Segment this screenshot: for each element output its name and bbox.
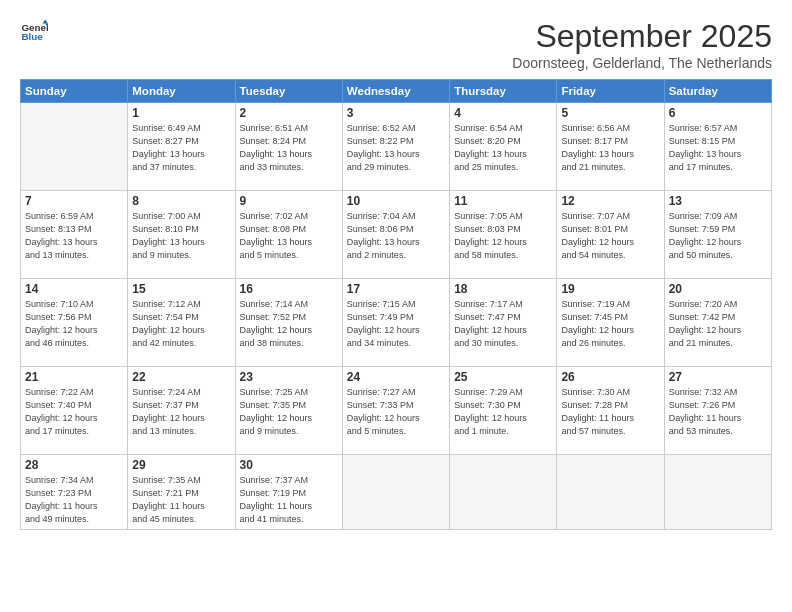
day-number: 27 (669, 370, 767, 384)
table-row: 11Sunrise: 7:05 AM Sunset: 8:03 PM Dayli… (450, 191, 557, 279)
table-row (664, 455, 771, 530)
day-info: Sunrise: 7:29 AM Sunset: 7:30 PM Dayligh… (454, 386, 552, 438)
table-row (21, 103, 128, 191)
calendar-table: Sunday Monday Tuesday Wednesday Thursday… (20, 79, 772, 530)
day-number: 8 (132, 194, 230, 208)
table-row (450, 455, 557, 530)
col-thursday: Thursday (450, 80, 557, 103)
day-number: 12 (561, 194, 659, 208)
day-info: Sunrise: 6:59 AM Sunset: 8:13 PM Dayligh… (25, 210, 123, 262)
table-row: 30Sunrise: 7:37 AM Sunset: 7:19 PM Dayli… (235, 455, 342, 530)
table-row: 16Sunrise: 7:14 AM Sunset: 7:52 PM Dayli… (235, 279, 342, 367)
table-row: 21Sunrise: 7:22 AM Sunset: 7:40 PM Dayli… (21, 367, 128, 455)
table-row: 8Sunrise: 7:00 AM Sunset: 8:10 PM Daylig… (128, 191, 235, 279)
day-info: Sunrise: 6:51 AM Sunset: 8:24 PM Dayligh… (240, 122, 338, 174)
col-wednesday: Wednesday (342, 80, 449, 103)
day-number: 7 (25, 194, 123, 208)
day-number: 10 (347, 194, 445, 208)
table-row: 28Sunrise: 7:34 AM Sunset: 7:23 PM Dayli… (21, 455, 128, 530)
day-number: 24 (347, 370, 445, 384)
day-info: Sunrise: 6:52 AM Sunset: 8:22 PM Dayligh… (347, 122, 445, 174)
day-number: 9 (240, 194, 338, 208)
page: General Blue September 2025 Doornsteeg, … (0, 0, 792, 612)
day-info: Sunrise: 7:02 AM Sunset: 8:08 PM Dayligh… (240, 210, 338, 262)
day-info: Sunrise: 7:20 AM Sunset: 7:42 PM Dayligh… (669, 298, 767, 350)
subtitle: Doornsteeg, Gelderland, The Netherlands (512, 55, 772, 71)
table-row: 18Sunrise: 7:17 AM Sunset: 7:47 PM Dayli… (450, 279, 557, 367)
day-info: Sunrise: 7:12 AM Sunset: 7:54 PM Dayligh… (132, 298, 230, 350)
col-sunday: Sunday (21, 80, 128, 103)
table-row: 29Sunrise: 7:35 AM Sunset: 7:21 PM Dayli… (128, 455, 235, 530)
day-number: 21 (25, 370, 123, 384)
day-info: Sunrise: 7:35 AM Sunset: 7:21 PM Dayligh… (132, 474, 230, 526)
day-info: Sunrise: 6:49 AM Sunset: 8:27 PM Dayligh… (132, 122, 230, 174)
month-title: September 2025 (512, 18, 772, 55)
table-row (557, 455, 664, 530)
col-tuesday: Tuesday (235, 80, 342, 103)
day-number: 16 (240, 282, 338, 296)
day-number: 30 (240, 458, 338, 472)
day-number: 28 (25, 458, 123, 472)
table-row: 10Sunrise: 7:04 AM Sunset: 8:06 PM Dayli… (342, 191, 449, 279)
day-info: Sunrise: 7:15 AM Sunset: 7:49 PM Dayligh… (347, 298, 445, 350)
day-info: Sunrise: 7:17 AM Sunset: 7:47 PM Dayligh… (454, 298, 552, 350)
col-monday: Monday (128, 80, 235, 103)
day-info: Sunrise: 7:22 AM Sunset: 7:40 PM Dayligh… (25, 386, 123, 438)
table-row: 2Sunrise: 6:51 AM Sunset: 8:24 PM Daylig… (235, 103, 342, 191)
day-number: 20 (669, 282, 767, 296)
table-row: 14Sunrise: 7:10 AM Sunset: 7:56 PM Dayli… (21, 279, 128, 367)
day-info: Sunrise: 7:05 AM Sunset: 8:03 PM Dayligh… (454, 210, 552, 262)
table-row: 27Sunrise: 7:32 AM Sunset: 7:26 PM Dayli… (664, 367, 771, 455)
day-number: 13 (669, 194, 767, 208)
day-info: Sunrise: 6:54 AM Sunset: 8:20 PM Dayligh… (454, 122, 552, 174)
day-info: Sunrise: 7:07 AM Sunset: 8:01 PM Dayligh… (561, 210, 659, 262)
day-number: 18 (454, 282, 552, 296)
table-row: 6Sunrise: 6:57 AM Sunset: 8:15 PM Daylig… (664, 103, 771, 191)
table-row: 13Sunrise: 7:09 AM Sunset: 7:59 PM Dayli… (664, 191, 771, 279)
table-row: 22Sunrise: 7:24 AM Sunset: 7:37 PM Dayli… (128, 367, 235, 455)
day-info: Sunrise: 7:14 AM Sunset: 7:52 PM Dayligh… (240, 298, 338, 350)
header: General Blue September 2025 Doornsteeg, … (20, 18, 772, 71)
day-number: 2 (240, 106, 338, 120)
day-info: Sunrise: 7:34 AM Sunset: 7:23 PM Dayligh… (25, 474, 123, 526)
day-info: Sunrise: 7:04 AM Sunset: 8:06 PM Dayligh… (347, 210, 445, 262)
day-number: 29 (132, 458, 230, 472)
day-number: 15 (132, 282, 230, 296)
col-friday: Friday (557, 80, 664, 103)
day-info: Sunrise: 7:30 AM Sunset: 7:28 PM Dayligh… (561, 386, 659, 438)
table-row: 15Sunrise: 7:12 AM Sunset: 7:54 PM Dayli… (128, 279, 235, 367)
day-number: 5 (561, 106, 659, 120)
table-row: 9Sunrise: 7:02 AM Sunset: 8:08 PM Daylig… (235, 191, 342, 279)
table-row: 20Sunrise: 7:20 AM Sunset: 7:42 PM Dayli… (664, 279, 771, 367)
day-info: Sunrise: 7:27 AM Sunset: 7:33 PM Dayligh… (347, 386, 445, 438)
title-block: September 2025 Doornsteeg, Gelderland, T… (512, 18, 772, 71)
day-number: 1 (132, 106, 230, 120)
logo: General Blue (20, 18, 48, 46)
day-info: Sunrise: 7:09 AM Sunset: 7:59 PM Dayligh… (669, 210, 767, 262)
table-row: 26Sunrise: 7:30 AM Sunset: 7:28 PM Dayli… (557, 367, 664, 455)
col-saturday: Saturday (664, 80, 771, 103)
table-row: 12Sunrise: 7:07 AM Sunset: 8:01 PM Dayli… (557, 191, 664, 279)
day-info: Sunrise: 7:10 AM Sunset: 7:56 PM Dayligh… (25, 298, 123, 350)
logo-icon: General Blue (20, 18, 48, 46)
day-number: 11 (454, 194, 552, 208)
table-row: 17Sunrise: 7:15 AM Sunset: 7:49 PM Dayli… (342, 279, 449, 367)
day-number: 3 (347, 106, 445, 120)
day-number: 19 (561, 282, 659, 296)
svg-text:Blue: Blue (21, 31, 43, 42)
day-number: 25 (454, 370, 552, 384)
day-number: 4 (454, 106, 552, 120)
day-number: 26 (561, 370, 659, 384)
day-info: Sunrise: 7:00 AM Sunset: 8:10 PM Dayligh… (132, 210, 230, 262)
table-row: 5Sunrise: 6:56 AM Sunset: 8:17 PM Daylig… (557, 103, 664, 191)
header-row: Sunday Monday Tuesday Wednesday Thursday… (21, 80, 772, 103)
day-info: Sunrise: 7:32 AM Sunset: 7:26 PM Dayligh… (669, 386, 767, 438)
table-row: 19Sunrise: 7:19 AM Sunset: 7:45 PM Dayli… (557, 279, 664, 367)
day-info: Sunrise: 7:37 AM Sunset: 7:19 PM Dayligh… (240, 474, 338, 526)
table-row: 24Sunrise: 7:27 AM Sunset: 7:33 PM Dayli… (342, 367, 449, 455)
day-number: 22 (132, 370, 230, 384)
table-row (342, 455, 449, 530)
table-row: 3Sunrise: 6:52 AM Sunset: 8:22 PM Daylig… (342, 103, 449, 191)
day-info: Sunrise: 6:56 AM Sunset: 8:17 PM Dayligh… (561, 122, 659, 174)
table-row: 23Sunrise: 7:25 AM Sunset: 7:35 PM Dayli… (235, 367, 342, 455)
